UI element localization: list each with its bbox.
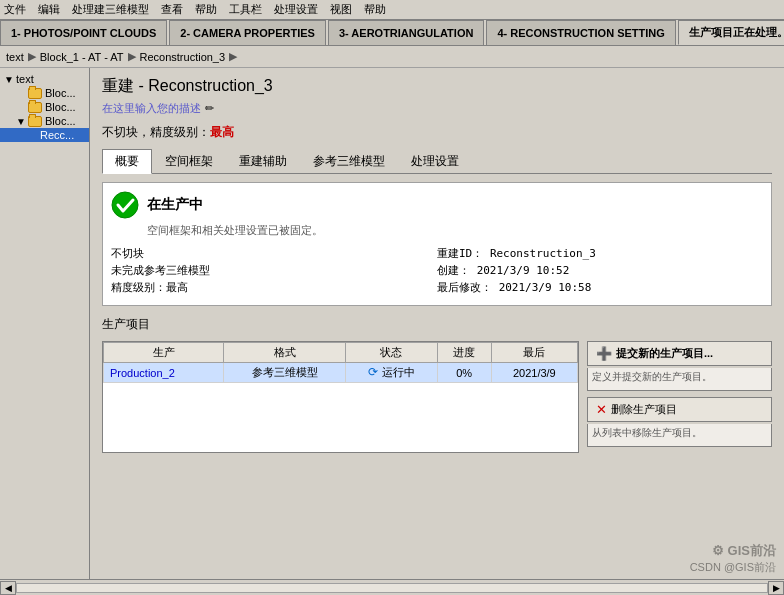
tree-label-block2: Bloc... [45, 101, 76, 113]
detail-right-0: 重建ID： Reconstruction_3 [437, 246, 763, 261]
content-tab-procsettings[interactable]: 处理设置 [398, 149, 472, 173]
cell-status-text: 运行中 [382, 366, 415, 378]
menu-item-process[interactable]: 处理建三维模型 [72, 2, 149, 17]
breadcrumb-sep1: ▶ [28, 50, 36, 63]
table-row[interactable]: Production_2 参考三维模型 ⟳ 运行中 0% 2021/3/9 [104, 363, 578, 383]
folder-icon-block3 [28, 116, 42, 127]
detail-right-1: 创建： 2021/3/9 10:52 [437, 263, 763, 278]
breadcrumb-sep3: ▶ [229, 50, 237, 63]
production-section: 生产 格式 状态 进度 最后 Production_2 参考三维模型 [102, 341, 772, 453]
tab-production-label: 生产项目正在处理。 [689, 25, 784, 40]
info-col-left: 不切块 未完成参考三维模型 精度级别：最高 [111, 246, 437, 297]
detail-right-1-label: 创建： [437, 264, 470, 277]
breadcrumb-text[interactable]: text [6, 51, 24, 63]
detail-right-2-value: 2021/3/9 10:58 [499, 281, 592, 294]
breadcrumb-sep2: ▶ [128, 50, 136, 63]
tree-item-recon[interactable]: Recc... [0, 128, 89, 142]
folder-icon-block1 [28, 88, 42, 99]
description-row: 在这里输入您的描述 ✏ [102, 101, 772, 116]
tab-photos[interactable]: 1- PHOTOS/POINT CLOUDS [0, 20, 167, 45]
tree-arrow-text: ▼ [4, 74, 16, 85]
menu-item-help[interactable]: 帮助 [195, 2, 217, 17]
tree-label-recon: Recc... [40, 129, 74, 141]
tree-item-text[interactable]: ▼ text [0, 72, 89, 86]
cell-last: 2021/3/9 [491, 363, 577, 383]
breadcrumb-recon[interactable]: Reconstruction_3 [140, 51, 226, 63]
content-tab-assist[interactable]: 重建辅助 [226, 149, 300, 173]
info-text: 不切块，精度级别： [102, 125, 210, 139]
submit-production-button[interactable]: ➕ 提交新的生产项目... [587, 341, 772, 366]
top-menu-bar: 文件 编辑 处理建三维模型 查看 帮助 工具栏 处理设置 视图 帮助 [0, 0, 784, 20]
scroll-right-button[interactable]: ▶ [768, 581, 784, 595]
submit-description: 定义并提交新的生产项目。 [587, 368, 772, 391]
watermark-logo: ⚙ GIS前沿 [712, 542, 776, 560]
tree-item-block2[interactable]: Bloc... [0, 100, 89, 114]
detail-right-2-label: 最后修改： [437, 281, 492, 294]
delete-description: 从列表中移除生产项目。 [587, 424, 772, 447]
cell-progress: 0% [437, 363, 491, 383]
info-value: 最高 [210, 125, 234, 139]
production-label: 生产项目 [102, 316, 772, 333]
submit-label: 提交新的生产项目... [616, 346, 713, 361]
th-format: 格式 [224, 343, 346, 363]
content-panel: 重建 - Reconstruction_3 在这里输入您的描述 ✏ 不切块，精度… [90, 68, 784, 595]
th-production: 生产 [104, 343, 224, 363]
tab-production[interactable]: 生产项目正在处理。 ✕ [678, 20, 784, 45]
folder-icon-block2 [28, 102, 42, 113]
sidebar-tree: ▼ text Bloc... Bloc... ▼ Bloc... Recc... [0, 68, 90, 595]
watermark: ⚙ GIS前沿 CSDN @GIS前沿 [690, 542, 776, 575]
status-success-icon [111, 191, 139, 219]
tree-label-block1: Bloc... [45, 87, 76, 99]
content-tab-spatial[interactable]: 空间框架 [152, 149, 226, 173]
menu-item-edit[interactable]: 编辑 [38, 2, 60, 17]
breadcrumb-block[interactable]: Block_1 - AT - AT [40, 51, 124, 63]
info-line: 不切块，精度级别：最高 [102, 124, 772, 141]
content-tab-refmodel[interactable]: 参考三维模型 [300, 149, 398, 173]
scroll-track[interactable] [16, 583, 768, 593]
detail-right-0-value: Reconstruction_3 [490, 247, 596, 260]
table-header-row: 生产 格式 状态 进度 最后 [104, 343, 578, 363]
tab-bar: 1- PHOTOS/POINT CLOUDS 2- CAMERA PROPERT… [0, 20, 784, 46]
content-tab-summary[interactable]: 概要 [102, 149, 152, 174]
detail-left-0: 不切块 [111, 246, 437, 261]
menu-item-file[interactable]: 文件 [4, 2, 26, 17]
tab-camera-label: 2- CAMERA PROPERTIES [180, 27, 315, 39]
th-status: 状态 [346, 343, 437, 363]
menu-item-settings[interactable]: 处理设置 [274, 2, 318, 17]
status-title: 在生产中 [147, 196, 203, 214]
running-icon: ⟳ [368, 365, 378, 379]
submit-icon: ➕ [596, 346, 612, 361]
main-content: ▼ text Bloc... Bloc... ▼ Bloc... Recc... [0, 68, 784, 595]
status-area: 在生产中 空间框架和相关处理设置已被固定。 不切块 未完成参考三维模型 精度级别… [102, 182, 772, 306]
scroll-left-button[interactable]: ◀ [0, 581, 16, 595]
menu-item-help2[interactable]: 帮助 [364, 2, 386, 17]
watermark-sub: CSDN @GIS前沿 [690, 560, 776, 575]
tree-item-block3[interactable]: ▼ Bloc... [0, 114, 89, 128]
status-subtitle: 空间框架和相关处理设置已被固定。 [147, 223, 763, 238]
menu-item-view[interactable]: 查看 [161, 2, 183, 17]
tree-item-block1[interactable]: Bloc... [0, 86, 89, 100]
delete-production-button[interactable]: ✕ 删除生产项目 [587, 397, 772, 422]
detail-left-2: 精度级别：最高 [111, 280, 437, 295]
detail-right-2: 最后修改： 2021/3/9 10:58 [437, 280, 763, 295]
tab-photos-label: 1- PHOTOS/POINT CLOUDS [11, 27, 156, 39]
cell-format: 参考三维模型 [224, 363, 346, 383]
edit-description-icon[interactable]: ✏ [205, 102, 214, 115]
tree-label-text: text [16, 73, 34, 85]
production-table: 生产 格式 状态 进度 最后 Production_2 参考三维模型 [103, 342, 578, 383]
menu-item-toolbar[interactable]: 工具栏 [229, 2, 262, 17]
tab-camera[interactable]: 2- CAMERA PROPERTIES [169, 20, 326, 45]
svg-point-0 [112, 192, 138, 218]
menu-item-view2[interactable]: 视图 [330, 2, 352, 17]
info-grid: 不切块 未完成参考三维模型 精度级别：最高 重建ID： Reconstructi… [111, 246, 763, 297]
action-panel: ➕ 提交新的生产项目... 定义并提交新的生产项目。 ✕ 删除生产项目 从列表中… [587, 341, 772, 453]
tab-aero[interactable]: 3- AEROTRIANGULATION [328, 20, 484, 45]
bottom-scrollbar: ◀ ▶ [0, 579, 784, 595]
tab-recon[interactable]: 4- RECONSTRUCTION SETTING [486, 20, 675, 45]
production-table-wrap: 生产 格式 状态 进度 最后 Production_2 参考三维模型 [102, 341, 579, 453]
th-last: 最后 [491, 343, 577, 363]
tab-aero-label: 3- AEROTRIANGULATION [339, 27, 473, 39]
info-col-right: 重建ID： Reconstruction_3 创建： 2021/3/9 10:5… [437, 246, 763, 297]
cell-status: ⟳ 运行中 [346, 363, 437, 383]
description-placeholder[interactable]: 在这里输入您的描述 [102, 101, 201, 116]
